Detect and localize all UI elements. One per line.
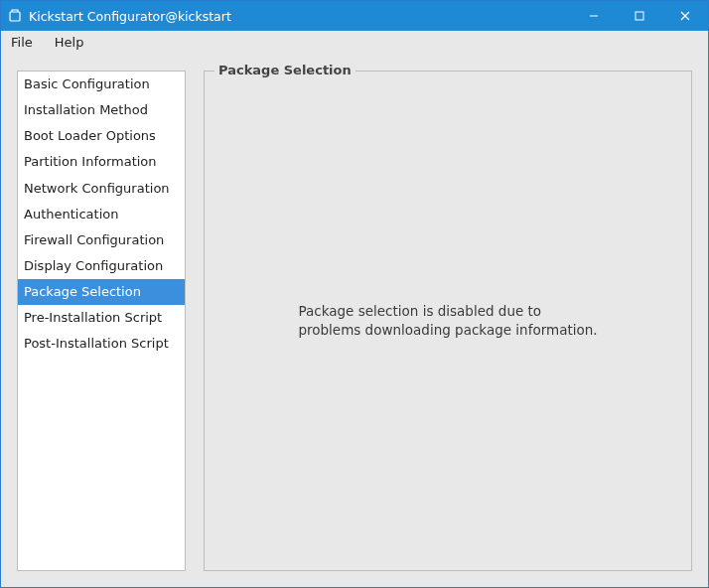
panel-message: Package selection is disabled due to pro… [298, 302, 597, 340]
panel-body: Package selection is disabled due to pro… [205, 72, 691, 570]
sidebar-item-display-configuration[interactable]: Display Configuration [18, 253, 185, 279]
titlebar: Kickstart Configurator@kickstart [1, 1, 708, 31]
client-area: Basic ConfigurationInstallation MethodBo… [1, 55, 708, 587]
sidebar-item-package-selection[interactable]: Package Selection [18, 279, 185, 305]
panel-message-line2: problems downloading package information… [298, 322, 597, 338]
sidebar-item-pre-installation-script[interactable]: Pre-Installation Script [18, 305, 185, 331]
panel-message-line1: Package selection is disabled due to [298, 303, 541, 319]
minimize-button[interactable] [571, 1, 617, 31]
close-button[interactable] [662, 1, 708, 31]
sidebar-item-partition-information[interactable]: Partition Information [18, 149, 185, 175]
sidebar-item-authentication[interactable]: Authentication [18, 202, 185, 227]
sidebar: Basic ConfigurationInstallation MethodBo… [17, 71, 186, 571]
svg-rect-2 [636, 12, 643, 20]
menu-help[interactable]: Help [51, 33, 88, 52]
window-title: Kickstart Configurator@kickstart [29, 9, 571, 24]
sidebar-item-post-installation-script[interactable]: Post-Installation Script [18, 331, 185, 357]
svg-rect-0 [10, 12, 20, 21]
menubar: File Help [1, 31, 708, 55]
app-icon [7, 8, 23, 24]
sidebar-item-boot-loader-options[interactable]: Boot Loader Options [18, 123, 185, 149]
sidebar-item-installation-method[interactable]: Installation Method [18, 97, 185, 123]
sidebar-item-firewall-configuration[interactable]: Firewall Configuration [18, 227, 185, 253]
menu-file[interactable]: File [7, 33, 37, 52]
panel-title: Package Selection [214, 63, 355, 77]
maximize-button[interactable] [617, 1, 662, 31]
sidebar-item-network-configuration[interactable]: Network Configuration [18, 176, 185, 202]
main-panel: Package Selection Package selection is d… [204, 71, 692, 571]
sidebar-item-basic-configuration[interactable]: Basic Configuration [18, 72, 185, 97]
